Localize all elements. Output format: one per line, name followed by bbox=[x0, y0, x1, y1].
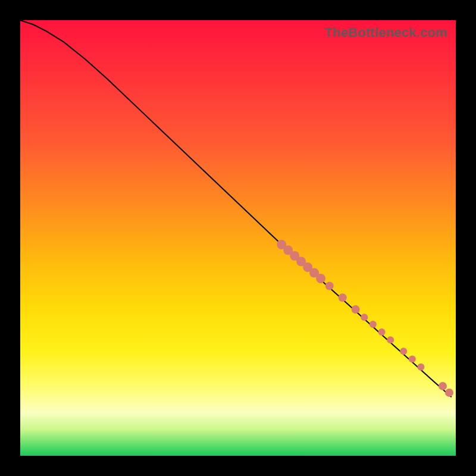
plot-area: TheBottleneck.com bbox=[20, 20, 456, 456]
curve-line bbox=[20, 20, 452, 397]
data-point bbox=[378, 328, 386, 336]
data-point bbox=[445, 389, 453, 397]
data-point bbox=[352, 305, 360, 314]
data-point bbox=[339, 293, 347, 302]
data-point bbox=[316, 274, 325, 283]
data-point bbox=[387, 336, 394, 343]
data-point bbox=[417, 364, 424, 371]
data-point bbox=[409, 356, 416, 363]
chart-frame: TheBottleneck.com bbox=[0, 0, 476, 476]
data-point bbox=[400, 347, 407, 355]
data-point bbox=[439, 382, 447, 390]
data-point bbox=[325, 282, 334, 290]
chart-svg bbox=[20, 20, 456, 456]
data-point bbox=[361, 314, 368, 321]
marker-group bbox=[277, 240, 453, 397]
data-point bbox=[369, 321, 377, 328]
